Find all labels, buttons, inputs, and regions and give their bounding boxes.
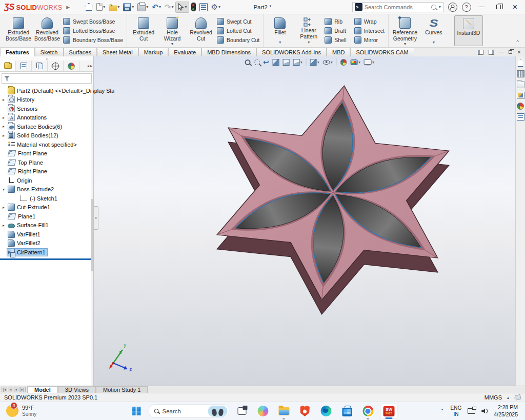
chevron-down-icon[interactable]: ▾ [171, 42, 173, 47]
units-selector[interactable]: MMGS [484, 394, 502, 401]
tree-item-solid-bodies[interactable]: ▸ Solid Bodies(12) [0, 131, 93, 141]
rebuild-button[interactable] [190, 2, 197, 13]
scroll-right-icon[interactable]: ▸ [90, 64, 92, 68]
new-document-button[interactable]: ▾ [95, 2, 107, 13]
appearances-scenes-icon[interactable] [517, 103, 524, 110]
tree-item-sketch1[interactable]: (-) Sketch1 [0, 194, 93, 203]
chevron-down-icon[interactable]: ▾ [279, 41, 281, 45]
tree-scrollbar[interactable] [91, 85, 93, 386]
tab-surfaces[interactable]: Surfaces [64, 48, 97, 56]
microsoft-store-button[interactable] [338, 404, 356, 419]
apply-scene-button[interactable]: ▾ [351, 59, 360, 65]
model-tab[interactable]: Model [27, 386, 58, 393]
solidworks-taskbar-button[interactable]: SW2023 [380, 404, 398, 419]
extruded-cut-button[interactable]: Extruded Cut [129, 15, 158, 46]
doc-minimize-icon[interactable] [499, 52, 503, 53]
search-icon[interactable] [431, 5, 436, 10]
tree-filter-box[interactable] [2, 73, 92, 84]
collapse-pane-right-icon[interactable] [489, 50, 494, 55]
restore-button[interactable] [493, 0, 504, 14]
search-highlight-image[interactable] [208, 406, 228, 417]
save-button[interactable]: ▾ [122, 2, 135, 13]
tab-solidworks-cam[interactable]: SOLIDWORKS CAM [350, 48, 414, 56]
star-part-model[interactable] [94, 56, 525, 386]
tree-item-sensors[interactable]: Sensors [0, 104, 93, 113]
tree-item-varfillet1[interactable]: VarFillet1 [0, 230, 93, 239]
reference-geometry-button[interactable]: Reference Geometry ▾ [391, 15, 419, 46]
options-button[interactable]: ⚙▾ [210, 2, 222, 13]
taskbar-search[interactable]: Search [149, 404, 230, 418]
chevron-down-icon[interactable]: ▾ [433, 41, 435, 45]
configurationmanager-tab[interactable] [32, 61, 48, 71]
previous-view-button[interactable]: ↩ [263, 58, 269, 66]
tab-sheet-metal[interactable]: Sheet Metal [97, 48, 138, 56]
account-button[interactable] [448, 3, 457, 12]
rollback-bar[interactable] [0, 258, 93, 260]
expander-icon[interactable]: ▸ [1, 97, 7, 102]
chrome-button[interactable] [359, 404, 377, 419]
tree-item-cut-extrude1[interactable]: ▸ Cut-Extrude1 [0, 203, 93, 212]
panel-grip-handle[interactable]: ● [0, 56, 93, 61]
expander-icon[interactable]: ▸ [1, 124, 7, 129]
home-button[interactable] [83, 2, 94, 13]
tree-item-varfillet2[interactable]: VarFillet2 [0, 239, 93, 248]
revolved-boss-base-button[interactable]: Revolved Boss/Base [33, 15, 62, 46]
chevron-down-icon[interactable]: ▾ [103, 5, 105, 9]
edit-appearance-button[interactable] [340, 59, 347, 66]
tree-item-right-plane[interactable]: Right Plane [0, 167, 93, 176]
view-settings-button[interactable]: ▾ [364, 59, 374, 65]
swept-boss-base-button[interactable]: Swept Boss/Base [63, 18, 123, 25]
logo-expand-arrow-icon[interactable]: ▶ [66, 5, 70, 10]
home-tab-icon[interactable] [517, 59, 524, 67]
graphics-viewport[interactable]: ↩ ▾ ▾ ▾ ▾ ▾ y z [94, 56, 525, 386]
chevron-down-icon[interactable]: ▾ [317, 60, 319, 65]
expander-icon[interactable]: ▾ [1, 187, 7, 192]
network-icon[interactable] [468, 408, 475, 414]
hide-show-items-button[interactable]: ▾ [323, 60, 333, 65]
tab-evaluate[interactable]: Evaluate [168, 48, 201, 56]
featuremanager-tree-tab[interactable] [0, 61, 16, 71]
chevron-down-icon[interactable]: ▾ [218, 5, 220, 9]
file-explorer-button[interactable] [275, 404, 293, 419]
tree-item-history[interactable]: ▸ History [0, 95, 93, 105]
tree-item-surface-fill1[interactable]: ▸ Surface-Fill1 [0, 221, 93, 230]
scroll-last-icon[interactable]: ▸| [20, 387, 26, 392]
tab-features[interactable]: Features [0, 48, 35, 56]
tree-item-plane1[interactable]: Plane1 [0, 212, 93, 221]
language-switcher[interactable]: ENG IN [451, 405, 462, 417]
boundary-boss-base-button[interactable]: Boundary Boss/Base [63, 36, 123, 44]
task-view-button[interactable] [233, 404, 251, 419]
doc-close-icon[interactable]: × [517, 49, 521, 55]
file-properties-button[interactable] [198, 2, 209, 13]
edge-button[interactable] [317, 404, 335, 419]
section-view-button[interactable] [273, 59, 279, 66]
chevron-down-icon[interactable]: ▾ [358, 60, 360, 65]
zoom-to-fit-button[interactable] [245, 59, 250, 65]
panel-splitter-handle[interactable] [94, 206, 98, 230]
tab-mbd-dimensions[interactable]: MBD Dimensions [201, 48, 256, 56]
ribbon-collapse-chevron-icon[interactable]: ⌃ [516, 39, 525, 47]
print-button[interactable]: ▾ [136, 2, 150, 13]
redo-button[interactable]: ↷▾ [163, 2, 175, 13]
shell-button[interactable]: Shell [325, 36, 346, 44]
tag-icon[interactable] [514, 394, 521, 401]
rib-button[interactable]: Rib [325, 18, 346, 25]
displaymanager-tab[interactable] [64, 61, 79, 71]
linear-pattern-button[interactable]: Linear Pattern ▾ [294, 15, 323, 46]
tab-scroll-arrows[interactable]: ◂▸ [79, 61, 93, 71]
search-commands-input[interactable] [365, 4, 429, 10]
chevron-down-icon[interactable]: ▾ [372, 60, 374, 65]
chevron-down-icon[interactable]: ▾ [300, 60, 302, 65]
weather-widget[interactable]: 3 99°F Sunny [0, 405, 36, 417]
boundary-cut-button[interactable]: Boundary Cut [217, 36, 259, 44]
3d-views-tab[interactable]: 3D Views [58, 386, 96, 393]
revolved-cut-button[interactable]: Revolved Cut [187, 15, 215, 46]
expander-icon[interactable]: ▸ [1, 115, 7, 120]
clock[interactable]: 2:28 PM 4/25/2025 [494, 404, 518, 417]
hole-wizard-button[interactable]: Hole Wizard ▾ [158, 15, 187, 46]
view-palette-icon[interactable] [517, 92, 524, 99]
instant3d-button[interactable]: Instant3D [454, 15, 483, 46]
chevron-down-icon[interactable]: ▾ [132, 5, 134, 9]
tree-item-surface-bodies[interactable]: ▸ Surface Bodies(6) [0, 122, 93, 131]
mirror-button[interactable]: Mirror [354, 36, 385, 44]
